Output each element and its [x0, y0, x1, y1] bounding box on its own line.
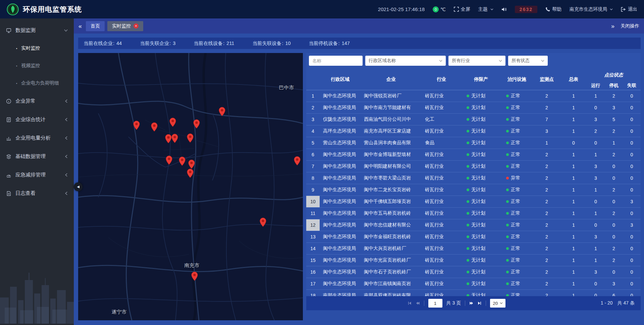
map-pin-icon[interactable] — [133, 121, 140, 130]
table-row[interactable]: 4 高坪生态环境局 南充市高坪区王家店建 砖瓦行业 无计划 正常 3 1 2 2… — [306, 125, 641, 137]
sidebar-group-4[interactable]: 基础数据管理 — [0, 147, 74, 166]
map-pin-icon[interactable] — [166, 156, 173, 165]
facility-text: 正常 — [511, 199, 520, 204]
cell-industry: 砖瓦行业 — [422, 254, 461, 266]
cell-index: 2 — [306, 102, 320, 113]
table-row[interactable]: 3 仪陇生态环境局 西南油气田分公司川中 化工 无计划 正常 7 1 3 5 0 — [306, 113, 641, 125]
sidebar-item-label: 实时监控 — [21, 45, 40, 51]
table-row[interactable]: 9 阆中生态环境局 阆中市二龙长宝页岩砖 砖瓦行业 无计划 正常 2 1 1 2… — [306, 184, 641, 196]
region-filter-select[interactable]: 行政区域名称 — [365, 56, 446, 66]
map-city-label: 南充市 — [184, 262, 200, 269]
name-filter-input[interactable] — [309, 56, 363, 66]
table-row[interactable]: 17 阆中生态环境局 阆中市江南镇阆南页岩 砖瓦行业 无计划 正常 2 1 0 … — [306, 278, 641, 289]
table-row[interactable]: 15 阆中生态环境局 阆中市光富页岩机砖厂 砖瓦行业 无计划 正常 2 1 1 … — [306, 254, 641, 266]
map-pin-icon[interactable] — [193, 119, 200, 129]
table-row[interactable]: 8 阆中生态环境局 阆中市枣碧大梁山页岩 砖瓦行业 无计划 异常 2 1 3 0… — [306, 172, 641, 184]
map-panel[interactable]: ◀ 巴中市南充市遂宁市 — [78, 53, 303, 320]
cell-lost: 3 — [623, 219, 641, 231]
prev-page-button[interactable] — [416, 301, 420, 305]
sidebar-group-6[interactable]: 日志查看 — [0, 184, 74, 203]
table-row[interactable]: 10 阆中生态环境局 阆中千佛镇五郎垭页岩 砖瓦行业 无计划 正常 2 1 0 … — [306, 196, 641, 207]
cell-points: 2 — [533, 196, 560, 207]
cell-limit: 无计划 — [461, 102, 501, 113]
cell-facility: 正常 — [501, 90, 533, 102]
table-row[interactable]: 7 阆中生态环境局 阆中明阳建材有限公司 砖瓦行业 无计划 正常 2 1 3 0… — [306, 160, 641, 172]
table-row[interactable]: 12 阆中生态环境局 阆中市忠信建材有限公 砖瓦行业 无计划 正常 2 1 0 … — [306, 219, 641, 231]
map-pin-icon[interactable] — [169, 118, 176, 127]
chevron-left-icon — [65, 173, 68, 177]
map-pin-icon[interactable] — [179, 157, 186, 166]
first-page-button[interactable] — [408, 301, 412, 305]
theme-dropdown[interactable]: 主题 — [478, 6, 493, 12]
sidebar-item[interactable]: · 实时监控 — [0, 40, 74, 57]
tabs-scroll-right-button[interactable]: » — [611, 23, 614, 29]
map-pin-icon[interactable] — [187, 133, 194, 143]
sidebar-group-0[interactable]: 数据监测 — [0, 21, 74, 40]
fullscreen-label: 全屏 — [461, 6, 470, 12]
table-row[interactable]: 6 阆中生态环境局 阆中市金博瑞新型墙材 砖瓦行业 无计划 正常 2 1 1 2… — [306, 149, 641, 160]
facility-text: 正常 — [511, 210, 520, 216]
table-row[interactable]: 1 阆中生态环境局 阆中强锐页岩砖厂 砖瓦行业 无计划 正常 2 1 1 2 0 — [306, 90, 641, 102]
map-collapse-button[interactable]: ◀ — [74, 182, 83, 191]
sidebar-group-5[interactable]: 应急减排管理 — [0, 166, 74, 184]
logout-button[interactable]: 退出 — [621, 6, 637, 12]
sidebar-group-label: 日志查看 — [15, 190, 36, 197]
map-pin-icon[interactable] — [165, 134, 172, 144]
sidebar-group-3[interactable]: 企业用电量分析 — [0, 129, 74, 147]
cell-limit: 无计划 — [461, 125, 501, 137]
announcement-icon[interactable] — [501, 7, 507, 12]
status-dot-icon — [506, 177, 509, 179]
help-button[interactable]: 帮助 — [545, 6, 561, 12]
tabs-scroll-left-button[interactable]: « — [78, 23, 82, 29]
tab-label: 首页 — [91, 23, 100, 29]
chevron-left-icon — [65, 99, 68, 103]
map-pin-icon[interactable] — [294, 156, 301, 166]
map-pin-icon[interactable] — [188, 160, 195, 169]
table-row[interactable]: 5 营山生态环境局 营山县润丰肉食品有限 食品 无计划 正常 1 0 0 1 0 — [306, 137, 641, 149]
table-row[interactable]: 2 阆中生态环境局 阆中市南方节能建材有 砖瓦行业 无计划 正常 2 1 0 3… — [306, 102, 641, 113]
page-size-select[interactable]: 20 — [490, 299, 505, 308]
industry-filter-select[interactable]: 所有行业 — [448, 56, 505, 66]
table-row[interactable]: 11 阆中生态环境局 阆中市五马桥页岩机砖 砖瓦行业 无计划 正常 2 1 1 … — [306, 207, 641, 219]
sidebar: 数据监测 · 实时监控 · 视频监控 · 企业电力负荷明细 企业异常 企业综合统… — [0, 18, 74, 325]
map-pin-icon[interactable] — [219, 107, 226, 116]
tab-0[interactable]: 首页 — [86, 21, 105, 31]
org-dropdown[interactable]: 南充市生态环境局 — [570, 6, 613, 12]
tab-1[interactable]: 实时监控 × — [107, 21, 143, 31]
sidebar-group-2[interactable]: 企业综合统计 — [0, 110, 74, 129]
cell-lost: 0 — [623, 102, 641, 113]
sidebar-group-1[interactable]: 企业异常 — [0, 92, 74, 110]
status-dot-icon — [467, 142, 469, 144]
close-operations-button[interactable]: 关闭操作 — [621, 23, 639, 29]
stat-item: 当前失联设备:10 — [252, 40, 290, 47]
next-page-button[interactable] — [469, 301, 474, 305]
table-row[interactable]: 16 阆中生态环境局 阆中市石子页岩机砖厂 砖瓦行业 无计划 正常 2 1 3 … — [306, 266, 641, 278]
page-number-input[interactable] — [428, 299, 442, 308]
cell-lost: 0 — [623, 160, 641, 172]
sidebar-item[interactable]: · 企业电力负荷明细 — [0, 74, 74, 92]
map-pin-icon[interactable] — [151, 122, 158, 132]
fullscreen-button[interactable]: 全屏 — [454, 6, 470, 12]
map-pin-icon[interactable] — [171, 134, 178, 143]
log-icon — [6, 191, 11, 196]
stat-label: 当前在线企业 — [84, 40, 113, 47]
cell-limit: 无计划 — [461, 137, 501, 149]
sidebar-item[interactable]: · 视频监控 — [0, 57, 74, 74]
map-pin-icon[interactable] — [260, 218, 267, 227]
tab-close-icon[interactable]: × — [133, 23, 139, 29]
status-filter-select[interactable]: 所有状态 — [508, 56, 548, 66]
table-row[interactable]: 13 阆中生态环境局 阆中市金福旺页岩机砖 砖瓦行业 无计划 正常 2 1 3 … — [306, 231, 641, 242]
status-dot-icon — [467, 212, 469, 215]
map-pin-icon[interactable] — [187, 169, 194, 178]
stat-value: 44 — [116, 41, 122, 46]
table-row[interactable]: 14 阆中生态环境局 阆中大兴页岩机砖厂 砖瓦行业 无计划 正常 2 1 1 2… — [306, 242, 641, 254]
status-dot-icon — [506, 142, 509, 144]
col-meter: 总表 — [560, 69, 587, 90]
cell-industry: 砖瓦行业 — [422, 172, 461, 184]
facility-text: 正常 — [511, 140, 520, 145]
cell-meter: 1 — [560, 266, 587, 278]
cell-facility: 正常 — [501, 242, 533, 254]
last-page-button[interactable] — [478, 301, 482, 305]
map-pin-icon[interactable] — [191, 272, 198, 281]
limit-text: 无计划 — [471, 187, 485, 192]
